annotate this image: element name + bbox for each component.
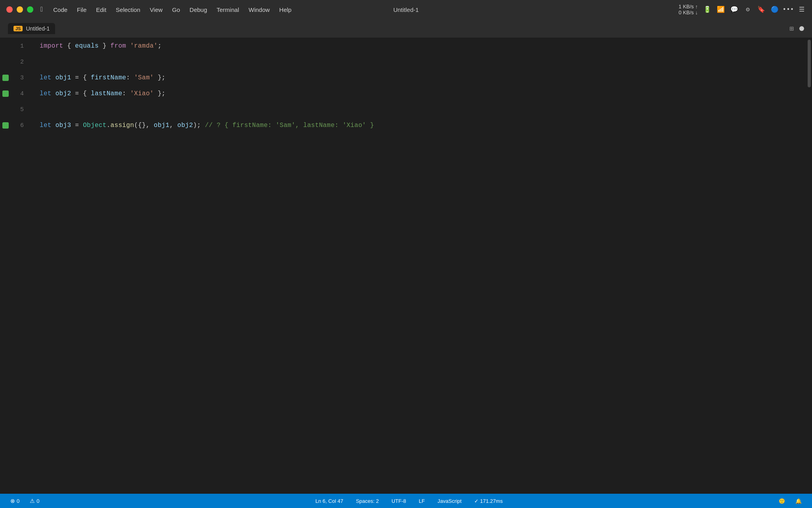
token-import: import bbox=[40, 42, 63, 50]
gutter-row-2: 2 bbox=[0, 54, 32, 70]
spaces-item[interactable]: Spaces: 2 bbox=[354, 497, 381, 505]
token-p14: ({}, bbox=[134, 122, 154, 129]
statusbar-right: 🙂 🔔 bbox=[776, 497, 804, 505]
encoding-item[interactable]: UTF-8 bbox=[389, 497, 408, 505]
smiley-icon: 🙂 bbox=[779, 498, 785, 504]
token-p11: }; bbox=[154, 90, 166, 97]
token-ramda: 'ramda' bbox=[130, 42, 157, 50]
bell-icon: 🔔 bbox=[795, 498, 802, 504]
token-obj1-ref: obj1 bbox=[154, 122, 170, 129]
token-p12 bbox=[52, 122, 56, 129]
token-p2: } bbox=[99, 42, 111, 50]
token-p7: }; bbox=[154, 74, 166, 81]
statusbar-left: ⊗ 0 ⚠ 0 bbox=[8, 497, 42, 505]
token-p5: = { bbox=[71, 74, 91, 81]
token-let1: let bbox=[40, 74, 52, 81]
line-col-item[interactable]: Ln 6, Col 47 bbox=[313, 497, 346, 505]
token-p4 bbox=[52, 74, 56, 81]
code-area[interactable]: import { equals } from 'ramda' ; let obj… bbox=[32, 38, 806, 494]
token-p16: ); bbox=[193, 122, 205, 129]
network-speed: 1 KB/s ↑0 KB/s ↓ bbox=[679, 4, 698, 15]
encoding: UTF-8 bbox=[391, 498, 406, 504]
breakpoint-4 bbox=[2, 90, 9, 97]
token-p10: : bbox=[122, 90, 130, 97]
split-editor-icon[interactable]: ⊞ bbox=[789, 24, 794, 33]
language: JavaScript bbox=[438, 498, 462, 504]
window-title: Untitled-1 bbox=[393, 6, 419, 13]
breakpoint-6 bbox=[2, 122, 9, 129]
token-object: Object bbox=[83, 122, 107, 129]
scrollbar-thumb[interactable] bbox=[808, 40, 811, 87]
breakpoint-area-6[interactable] bbox=[0, 122, 11, 129]
token-let2: let bbox=[40, 90, 52, 97]
token-dot: . bbox=[107, 122, 111, 129]
bookmark-icon: 🔖 bbox=[757, 6, 765, 13]
token-obj2: obj2 bbox=[56, 90, 71, 97]
menu-code[interactable]: Code bbox=[49, 5, 71, 15]
status-dot bbox=[799, 26, 804, 31]
menu-file[interactable]: File bbox=[73, 5, 90, 15]
token-firstname: firstName bbox=[91, 74, 126, 81]
menu-terminal[interactable]: Terminal bbox=[213, 5, 243, 15]
token-sam: 'Sam' bbox=[134, 74, 154, 81]
language-item[interactable]: JavaScript bbox=[435, 497, 464, 505]
token-p3 bbox=[126, 42, 130, 50]
gutter-row-1: 1 bbox=[0, 38, 32, 54]
token-p9: = { bbox=[71, 90, 91, 97]
titlebar-left:  Code File Edit Selection View Go Debug… bbox=[6, 5, 295, 15]
line-number-4: 4 bbox=[11, 90, 27, 97]
menu-view[interactable]: View bbox=[146, 5, 167, 15]
statusbar-center: Ln 6, Col 47 Spaces: 2 UTF-8 LF JavaScri… bbox=[42, 497, 776, 505]
breakpoint-area-4[interactable] bbox=[0, 90, 11, 97]
menu-window[interactable]: Window bbox=[245, 5, 274, 15]
menu-go[interactable]: Go bbox=[168, 5, 184, 15]
tab-untitled1[interactable]: JS Untitled-1 bbox=[8, 23, 55, 34]
tab-actions: ⊞ bbox=[789, 24, 804, 33]
breakpoint-3 bbox=[2, 75, 9, 81]
titlebar:  Code File Edit Selection View Go Debug… bbox=[0, 0, 812, 19]
more-icon: ••• bbox=[784, 6, 792, 13]
token-obj1: obj1 bbox=[56, 74, 71, 81]
statusbar: ⊗ 0 ⚠ 0 Ln 6, Col 47 Spaces: 2 UTF-8 LF … bbox=[0, 494, 812, 508]
line-number-2: 2 bbox=[11, 59, 27, 65]
warning-count: 0 bbox=[36, 498, 39, 504]
js-badge: JS bbox=[13, 26, 23, 31]
chat-icon: 💬 bbox=[730, 6, 738, 13]
gutter-row-5: 5 bbox=[0, 102, 32, 117]
smiley-item[interactable]: 🙂 bbox=[776, 497, 787, 505]
menu-bar:  Code File Edit Selection View Go Debug… bbox=[40, 5, 295, 15]
menu-help[interactable]: Help bbox=[275, 5, 295, 15]
apple-icon:  bbox=[40, 6, 44, 13]
bell-item[interactable]: 🔔 bbox=[793, 497, 804, 505]
token-xiao: 'Xiao' bbox=[130, 90, 154, 97]
token-p8 bbox=[52, 90, 56, 97]
token-p15: , bbox=[169, 122, 177, 129]
minimize-button[interactable] bbox=[17, 6, 23, 13]
editor: 1 2 3 4 5 6 bbox=[0, 38, 812, 494]
token-from: from bbox=[111, 42, 126, 50]
menu-selection[interactable]: Selection bbox=[112, 5, 144, 15]
line-number-6: 6 bbox=[11, 122, 27, 129]
errors-item[interactable]: ⊗ 0 bbox=[8, 497, 22, 505]
warnings-item[interactable]: ⚠ 0 bbox=[27, 497, 42, 505]
tab-name: Untitled-1 bbox=[26, 25, 50, 32]
maximize-button[interactable] bbox=[27, 6, 33, 13]
eol: LF bbox=[419, 498, 425, 504]
traffic-lights bbox=[6, 6, 33, 13]
menu-edit[interactable]: Edit bbox=[92, 5, 110, 15]
breakpoint-area-3[interactable] bbox=[0, 75, 11, 81]
close-button[interactable] bbox=[6, 6, 13, 13]
eol-item[interactable]: LF bbox=[416, 497, 427, 505]
token-p6: : bbox=[126, 74, 134, 81]
spaces: Spaces: 2 bbox=[356, 498, 379, 504]
scrollbar-track[interactable] bbox=[806, 38, 812, 494]
error-icon: ⊗ bbox=[10, 498, 15, 504]
code-line-2 bbox=[32, 54, 806, 70]
timing-item[interactable]: ✓ 171.27ms bbox=[472, 497, 505, 505]
titlebar-right: 1 KB/s ↑0 KB/s ↓ 🔋 📶 💬 ⊝ 🔖 🔵 ••• ☰ bbox=[679, 4, 806, 15]
tabbar: JS Untitled-1 ⊞ bbox=[0, 19, 812, 38]
code-line-4: let obj2 = { lastName : 'Xiao' }; bbox=[32, 86, 806, 102]
warning-icon: ⚠ bbox=[30, 498, 35, 504]
menu-debug[interactable]: Debug bbox=[186, 5, 211, 15]
code-line-6: let obj3 = Object . assign ({}, obj1 , o… bbox=[32, 117, 806, 133]
